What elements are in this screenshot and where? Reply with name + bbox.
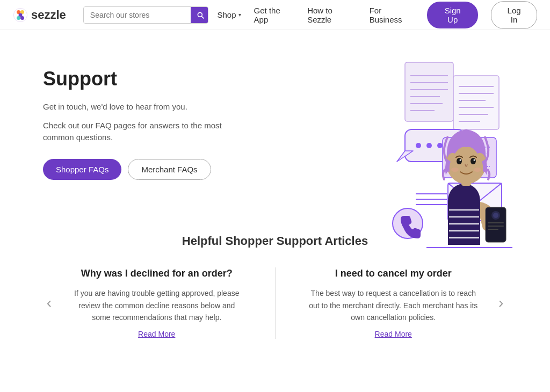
search-bar — [83, 6, 209, 24]
article-card-1-desc: If you are having trouble getting approv… — [71, 287, 243, 323]
search-input[interactable] — [84, 7, 191, 23]
svg-point-51 — [474, 159, 475, 161]
shopper-faqs-button[interactable]: Shopper FAQs — [43, 159, 121, 180]
login-button[interactable]: Log In — [491, 1, 537, 29]
merchant-faqs-button[interactable]: Merchant FAQs — [128, 159, 211, 180]
header: sezzle Shop ▾ Get the App How to Sezzle … — [0, 0, 550, 30]
hero-text-block: Support Get in touch, we'd love to hear … — [43, 62, 226, 180]
svg-point-22 — [416, 143, 421, 148]
support-illustration — [249, 46, 518, 250]
svg-point-53 — [474, 168, 481, 172]
sezzle-logo-icon — [13, 8, 28, 23]
svg-point-23 — [426, 143, 432, 148]
article-card-2-title: I need to cancel my order — [308, 267, 480, 280]
svg-rect-6 — [405, 62, 453, 121]
articles-grid: Why was I declined for an order? If you … — [60, 267, 490, 339]
svg-point-52 — [451, 168, 459, 172]
hero-illustration — [249, 46, 518, 250]
article-card-2: I need to cancel my order The best way t… — [297, 267, 490, 339]
hero-section: Support Get in touch, we'd love to hear … — [0, 30, 550, 213]
nav-for-business[interactable]: For Business — [370, 6, 415, 24]
article-card-1-title: Why was I declined for an order? — [71, 267, 243, 280]
hero-title: Support — [43, 68, 226, 90]
svg-rect-44 — [488, 226, 504, 227]
hero-buttons: Shopper FAQs Merchant FAQs — [43, 159, 226, 180]
svg-point-48 — [457, 158, 462, 164]
svg-point-5 — [20, 16, 24, 20]
article-card-2-desc: The best way to request a cancellation i… — [308, 287, 480, 323]
carousel-prev-button[interactable]: ‹ — [38, 295, 60, 310]
articles-carousel: ‹ Why was I declined for an order? If yo… — [21, 267, 529, 339]
svg-point-24 — [437, 143, 443, 148]
article-card-1-read-more[interactable]: Read More — [138, 330, 175, 338]
svg-point-49 — [471, 158, 476, 164]
logo[interactable]: sezzle — [13, 8, 66, 23]
svg-point-42 — [493, 213, 498, 218]
search-button[interactable] — [191, 7, 209, 23]
hero-desc1: Get in touch, we'd love to hear from you… — [43, 101, 226, 113]
svg-rect-45 — [488, 229, 498, 230]
nav-get-app[interactable]: Get the App — [254, 6, 295, 24]
chevron-down-icon: ▾ — [238, 12, 241, 18]
svg-rect-43 — [488, 222, 504, 223]
hero-desc2: Check out our FAQ pages for answers to t… — [43, 120, 226, 144]
article-card-1: Why was I declined for an order? If you … — [60, 267, 254, 339]
signup-button[interactable]: Sign Up — [427, 2, 478, 28]
articles-divider — [275, 267, 276, 339]
nav-shop[interactable]: Shop ▾ — [217, 10, 241, 19]
main-nav: Shop ▾ Get the App How to Sezzle For Bus… — [217, 1, 537, 29]
carousel-next-button[interactable]: › — [490, 295, 512, 310]
nav-how-to[interactable]: How to Sezzle — [307, 6, 357, 24]
article-card-2-read-more[interactable]: Read More — [375, 330, 412, 338]
svg-point-4 — [17, 16, 20, 20]
search-icon — [196, 11, 205, 19]
svg-point-50 — [460, 159, 461, 161]
logo-text: sezzle — [31, 8, 66, 22]
